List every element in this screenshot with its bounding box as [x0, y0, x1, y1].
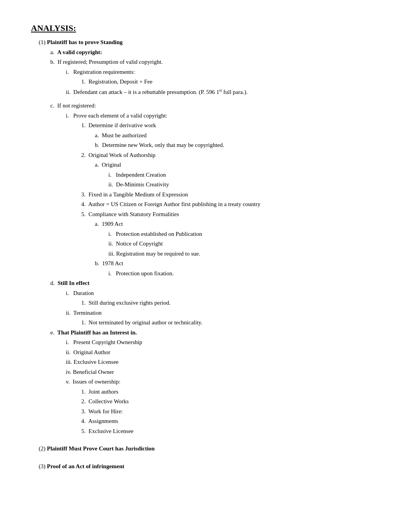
item-text: Protection upon fixation. [116, 270, 174, 276]
item-label: 3. [81, 408, 88, 414]
item-label: ii. [66, 310, 73, 316]
item-label: e. [50, 329, 57, 336]
item-label: 1. [81, 300, 89, 306]
item-text: Must be authorized [102, 132, 147, 138]
list-item: iii. Exclusive Licensee [66, 358, 380, 367]
list-item: i. Present Copyright Ownership [66, 338, 380, 347]
list-item: iii. Registration may be required to sue… [108, 249, 380, 258]
item-label: a. [95, 162, 102, 168]
item-text: Issues of ownership: [73, 379, 120, 385]
list-item: ii. Defendant can attack – it is a rebut… [66, 87, 380, 97]
list-item: iv. Beneficial Owner [66, 368, 380, 377]
item-text: Not terminated by original author or tec… [89, 319, 202, 326]
item-text: Protection established on Publication [116, 231, 202, 237]
list-item: a. 1909 Act [95, 220, 380, 228]
list-item: i. Prove each element of a valid copyrig… [66, 111, 380, 120]
list-item: 4. Assignments [81, 417, 380, 426]
item-text: Notice of Copyright [116, 240, 163, 247]
item-label: i. [66, 290, 73, 296]
item-label: b. [95, 260, 102, 266]
list-item: 2. Collective Works [81, 397, 380, 406]
item-label: a. [95, 221, 102, 227]
item-text: Exclusive Licensee [89, 428, 134, 434]
list-item: (1) Plaintiff has to prove Standing [39, 38, 380, 47]
item-text: 1909 Act [102, 221, 123, 227]
item-label: 4. [81, 418, 88, 424]
list-item: 5. Exclusive Licensee [81, 427, 380, 436]
item-text: Exclusive Licensee [74, 359, 118, 365]
item-text: 1978 Act [102, 260, 123, 266]
item-text: Still In effect [58, 280, 89, 286]
list-item: a. A valid copyright: [50, 48, 380, 57]
list-item: a. Must be authorized [95, 131, 380, 140]
item-text: Independent Creation [116, 172, 166, 178]
item-label: i. [108, 231, 116, 237]
item-text: Present Copyright Ownership [73, 339, 142, 345]
item-text: Plaintiff has to prove Standing [47, 39, 123, 45]
item-label: (2) [39, 445, 47, 452]
item-label: b. [95, 142, 102, 148]
item-text: If not registered: [57, 102, 96, 109]
list-item: 1. Registration, Deposit + Fee [81, 77, 380, 86]
item-label: ii. [66, 349, 74, 355]
item-label: 5. [81, 428, 89, 434]
item-text: Compliance with Statutory Formalities [89, 211, 179, 217]
item-text: Registration, Deposit + Fee [89, 78, 152, 85]
item-text: Registration may be required to sue. [116, 251, 200, 257]
list-item: 1. Determine if derivative work [81, 121, 380, 130]
list-item: b. If registered; Presumption of valid c… [50, 58, 380, 66]
item-label: v. [66, 379, 73, 385]
item-label: ii. [108, 181, 116, 188]
page-container: ANALYSIS: (1) Plaintiff has to prove Sta… [31, 23, 380, 471]
page-title: ANALYSIS: [31, 23, 380, 33]
item-text: Still during exclusive rights period. [89, 300, 171, 306]
item-label: ii. [108, 240, 116, 247]
item-text: Original Author [74, 349, 110, 355]
list-item: 1. Still during exclusive rights period. [81, 298, 380, 307]
item-label: 2. [81, 152, 89, 158]
list-item: 3. Fixed in a Tangible Medium of Express… [81, 190, 380, 199]
item-label: a. [95, 132, 102, 138]
list-item: 5. Compliance with Statutory Formalities [81, 210, 380, 219]
item-text: Author = US Citizen or Foreign Author fi… [88, 201, 260, 207]
list-item: 1. Joint authors [81, 387, 380, 396]
item-text: Determine if derivative work [89, 122, 156, 128]
item-label: 1. [81, 389, 89, 395]
list-item: i. Duration [66, 289, 380, 298]
item-text: That Plaintiff has an Interest in. [57, 329, 137, 336]
item-text: Termination [73, 310, 101, 316]
item-text: Original Work of Authorship [89, 152, 156, 158]
item-label: i. [66, 69, 73, 75]
item-label: iii. [66, 359, 74, 365]
item-label: 5. [81, 211, 89, 217]
list-item: (2) Plaintiff Must Prove Court has Juris… [39, 444, 380, 453]
list-item: 3. Work for Hire: [81, 407, 380, 416]
list-item: b. Determine new Work, only that may be … [95, 141, 380, 150]
item-text: A valid copyright: [57, 49, 102, 55]
item-text: Assignments [88, 418, 118, 424]
list-item: c. If not registered: [50, 101, 380, 110]
item-text: Beneficial Owner [73, 369, 114, 375]
item-label: i. [66, 339, 73, 345]
list-item: i. Registration requirements: [66, 68, 380, 77]
list-item: ii. De-Minimis Creativity [108, 180, 380, 189]
list-item: (3) Proof of an Act of infringement [39, 462, 380, 471]
item-text: Collective Works [89, 398, 129, 404]
item-label: i. [108, 172, 116, 178]
item-label: ii. [66, 89, 74, 95]
item-label: i. [108, 270, 116, 276]
item-text: Prove each element of a valid copyright: [73, 113, 167, 119]
item-text: Registration requirements: [73, 69, 135, 75]
item-label: 1. [81, 319, 89, 326]
list-item: i. Independent Creation [108, 171, 380, 179]
list-item: ii. Original Author [66, 348, 380, 357]
item-label: iii. [108, 251, 116, 257]
item-label: a. [50, 49, 57, 55]
list-item: 1. Not terminated by original author or … [81, 318, 380, 327]
list-item: ii. Termination [66, 309, 380, 317]
item-text: Determine new Work, only that may be cop… [102, 142, 224, 148]
list-item: 2. Original Work of Authorship [81, 151, 380, 160]
item-text: Defendant can attack – it is a rebuttabl… [74, 89, 248, 95]
content-area: (1) Plaintiff has to prove Standing a. A… [31, 38, 380, 471]
list-item: i. Protection established on Publication [108, 230, 380, 239]
